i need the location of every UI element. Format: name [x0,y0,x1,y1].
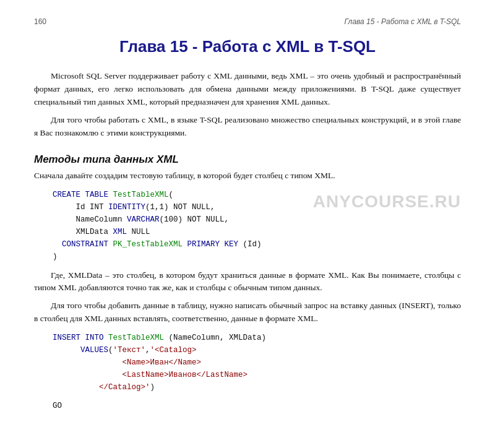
paragraph-2: Для того чтобы работать с XML, в языке T… [34,114,461,140]
paragraph-3: Сначала давайте создадим тестовую таблиц… [34,170,461,183]
paragraph-4: Где, XMLData – это столбец, в котором бу… [34,269,461,295]
chapter-title: Глава 15 - Работа с XML в T-SQL [34,37,461,56]
code-block-2: INSERT INTO TestTableXML (NameColumn, XM… [53,332,461,394]
paragraph-1: Microsoft SQL Server поддерживает работу… [34,70,461,109]
page-number: 160 [34,17,46,26]
code-block-1: CREATE TABLE TestTableXML( Id INT IDENTI… [53,189,461,263]
go-statement: GO [53,400,461,412]
section-title-1: Методы типа данных XML [34,153,461,166]
paragraph-5: Для того чтобы добавить данные в таблицу… [34,299,461,325]
page-header: 160 Глава 15 - Работа с XML в T-SQL [34,17,461,26]
header-title: Глава 15 - Работа с XML в T-SQL [345,17,461,26]
page: 160 Глава 15 - Работа с XML в T-SQL Глав… [0,0,495,448]
